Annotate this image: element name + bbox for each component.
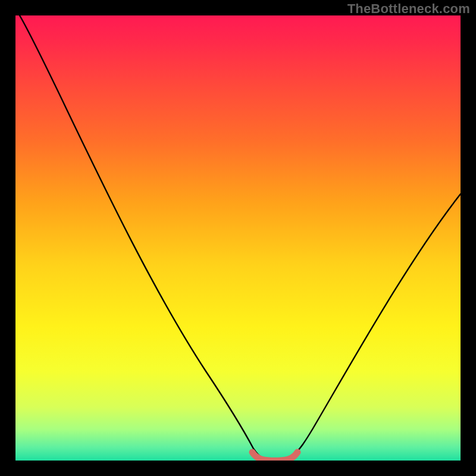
- bottleneck-plot: [15, 15, 461, 461]
- chart-container: TheBottleneck.com: [0, 0, 476, 476]
- watermark-text: TheBottleneck.com: [347, 1, 470, 17]
- gradient-background: [15, 15, 461, 461]
- plot-frame: [15, 15, 461, 461]
